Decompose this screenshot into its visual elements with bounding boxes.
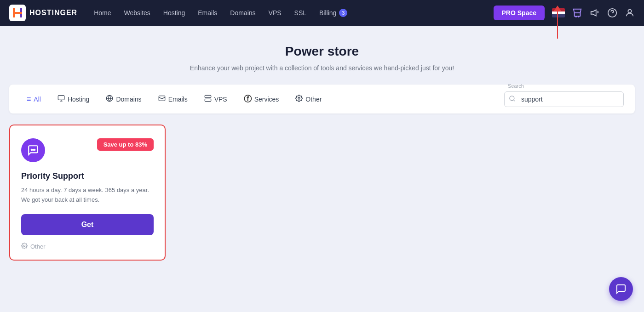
filter-bar: ≡ All Hosting Domains Emails xyxy=(9,85,635,113)
all-icon: ≡ xyxy=(27,95,31,103)
svg-rect-14 xyxy=(205,95,211,97)
search-area: Search xyxy=(504,91,624,107)
card-category: Other xyxy=(21,243,154,250)
emails-tab-icon xyxy=(158,95,166,104)
svg-point-19 xyxy=(510,96,514,100)
tab-all[interactable]: ≡ All xyxy=(20,92,47,106)
cards-grid: Save up to 83% Priority Support 24 hours… xyxy=(9,125,635,261)
search-input[interactable] xyxy=(504,91,624,107)
support-icon xyxy=(21,138,45,162)
nav-ssl[interactable]: SSL xyxy=(289,6,312,20)
nav-icons xyxy=(552,8,635,18)
page-title: Power store xyxy=(9,44,635,59)
svg-line-20 xyxy=(513,100,515,101)
card-title: Priority Support xyxy=(21,171,154,181)
svg-point-18 xyxy=(298,97,300,99)
svg-point-22 xyxy=(33,149,34,150)
product-card-priority-support[interactable]: Save up to 83% Priority Support 24 hours… xyxy=(9,125,166,261)
filter-tabs: ≡ All Hosting Domains Emails xyxy=(20,91,328,107)
main-content: Power store Enhance your web project wit… xyxy=(0,26,644,270)
get-button[interactable]: Get xyxy=(21,214,154,235)
vps-tab-icon xyxy=(204,95,212,104)
svg-rect-3 xyxy=(13,12,22,14)
nav-emails[interactable]: Emails xyxy=(192,6,223,20)
nav-domains[interactable]: Domains xyxy=(224,6,261,20)
svg-point-23 xyxy=(34,149,35,150)
svg-point-7 xyxy=(628,10,631,13)
logo-text: HOSTINGER xyxy=(29,9,77,17)
logo[interactable]: HOSTINGER xyxy=(9,5,77,21)
hosting-tab-icon xyxy=(58,95,65,104)
svg-point-24 xyxy=(23,245,25,247)
svg-rect-8 xyxy=(58,96,64,100)
card-description: 24 hours a day. 7 days a week. 365 days … xyxy=(21,186,154,205)
nav-billing[interactable]: Billing 3 xyxy=(314,5,353,21)
nav-home[interactable]: Home xyxy=(88,6,116,20)
page-subtitle: Enhance your web project with a collecti… xyxy=(9,64,635,72)
svg-rect-15 xyxy=(205,99,211,101)
nav-links: Home Websites Hosting Emails Domains VPS… xyxy=(88,5,489,21)
pro-space-button[interactable]: PRO Space xyxy=(494,6,545,20)
tab-hosting[interactable]: Hosting xyxy=(51,92,96,107)
services-tab-icon: ⓕ xyxy=(244,94,252,104)
category-label: Other xyxy=(30,243,46,250)
megaphone-icon[interactable] xyxy=(590,8,600,18)
search-label: Search xyxy=(508,83,524,89)
tab-other[interactable]: Other xyxy=(289,92,328,107)
save-badge: Save up to 83% xyxy=(97,138,154,151)
nav-hosting[interactable]: Hosting xyxy=(158,6,190,20)
billing-badge: 3 xyxy=(339,9,347,17)
chat-button[interactable] xyxy=(609,277,633,301)
category-icon xyxy=(21,243,28,250)
domains-tab-icon xyxy=(106,95,113,104)
tab-domains[interactable]: Domains xyxy=(99,92,148,107)
nav-websites[interactable]: Websites xyxy=(118,6,155,20)
tab-vps[interactable]: VPS xyxy=(198,92,234,107)
flag-icon[interactable] xyxy=(552,8,565,17)
tab-emails[interactable]: Emails xyxy=(152,92,194,107)
card-top: Save up to 83% xyxy=(21,138,154,162)
other-tab-icon xyxy=(295,95,303,104)
search-icon xyxy=(509,95,516,103)
svg-rect-13 xyxy=(159,96,165,101)
svg-point-4 xyxy=(575,16,576,17)
store-icon[interactable] xyxy=(572,8,582,18)
user-icon[interactable] xyxy=(625,8,635,18)
tab-services[interactable]: ⓕ Services xyxy=(237,91,286,107)
navbar: HOSTINGER Home Websites Hosting Emails D… xyxy=(0,0,644,26)
nav-vps[interactable]: VPS xyxy=(263,6,287,20)
svg-point-21 xyxy=(31,149,32,150)
help-icon[interactable] xyxy=(607,8,617,18)
svg-point-5 xyxy=(578,16,579,17)
